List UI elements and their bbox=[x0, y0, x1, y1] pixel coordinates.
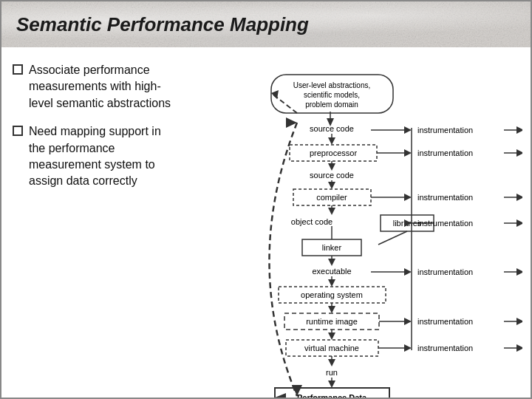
svg-marker-58 bbox=[404, 149, 412, 157]
content-area: Associate performance measurements with … bbox=[1, 47, 532, 399]
svg-text:scientific models,: scientific models, bbox=[304, 91, 360, 99]
svg-marker-21 bbox=[328, 208, 335, 215]
svg-marker-86 bbox=[516, 344, 522, 352]
svg-text:instrumentation: instrumentation bbox=[417, 317, 473, 326]
bullet-text-1: Associate performance measurements with … bbox=[29, 62, 175, 112]
svg-marker-14 bbox=[328, 163, 335, 171]
bullet-marker-1 bbox=[13, 64, 23, 75]
svg-marker-81 bbox=[516, 318, 522, 325]
bullet-text-2: Need mapping support in the performance … bbox=[29, 123, 175, 190]
svg-text:virtual machine: virtual machine bbox=[304, 344, 359, 352]
svg-text:instrumentation: instrumentation bbox=[417, 344, 473, 352]
svg-text:instrumentation: instrumentation bbox=[417, 149, 473, 157]
bullet-item-1: Associate performance measurements with … bbox=[13, 62, 175, 112]
svg-text:linker: linker bbox=[322, 243, 342, 252]
bullet-marker-2 bbox=[13, 126, 23, 136]
svg-text:preprocessor: preprocessor bbox=[310, 149, 358, 157]
svg-text:run: run bbox=[326, 368, 338, 377]
title-bar: Semantic Performance Mapping bbox=[1, 1, 532, 47]
svg-marker-83 bbox=[404, 344, 412, 352]
svg-text:instrumentation: instrumentation bbox=[417, 193, 473, 202]
bullet-item-2: Need mapping support in the performance … bbox=[13, 123, 175, 190]
svg-marker-66 bbox=[516, 194, 522, 201]
svg-text:instrumentation: instrumentation bbox=[417, 219, 473, 228]
svg-marker-71 bbox=[516, 219, 522, 227]
svg-marker-48 bbox=[328, 381, 335, 388]
svg-marker-61 bbox=[516, 149, 522, 157]
svg-marker-41 bbox=[328, 332, 335, 340]
svg-text:User-level abstractions,: User-level abstractions, bbox=[293, 81, 370, 89]
svg-marker-33 bbox=[328, 279, 335, 287]
svg-marker-10 bbox=[328, 137, 335, 145]
svg-marker-30 bbox=[328, 259, 335, 266]
svg-marker-37 bbox=[328, 306, 335, 313]
svg-text:runtime image: runtime image bbox=[306, 317, 358, 326]
diagram-panel: User-level abstractions, scientific mode… bbox=[183, 55, 522, 399]
svg-text:source code: source code bbox=[310, 171, 354, 180]
svg-text:object code: object code bbox=[291, 217, 332, 226]
svg-text:instrumentation: instrumentation bbox=[417, 126, 473, 134]
svg-text:compiler: compiler bbox=[316, 193, 347, 202]
slide: Semantic Performance Mapping Associate p… bbox=[1, 1, 532, 399]
diagram-svg: User-level abstractions, scientific mode… bbox=[183, 55, 522, 399]
svg-line-26 bbox=[378, 231, 407, 245]
svg-marker-56 bbox=[516, 126, 522, 134]
svg-marker-76 bbox=[516, 268, 522, 276]
svg-text:executable: executable bbox=[312, 267, 351, 276]
svg-marker-53 bbox=[404, 126, 412, 134]
svg-text:operating system: operating system bbox=[301, 290, 363, 299]
svg-text:instrumentation: instrumentation bbox=[417, 267, 473, 276]
svg-marker-45 bbox=[328, 359, 335, 366]
svg-text:source code: source code bbox=[310, 124, 354, 133]
slide-title: Semantic Performance Mapping bbox=[16, 13, 309, 36]
svg-marker-17 bbox=[328, 182, 335, 189]
svg-text:problem domain: problem domain bbox=[305, 100, 358, 109]
svg-marker-63 bbox=[404, 194, 412, 201]
svg-text:Performance Data: Performance Data bbox=[297, 393, 367, 399]
svg-marker-51 bbox=[275, 393, 286, 399]
svg-marker-73 bbox=[404, 268, 412, 276]
left-panel: Associate performance measurements with … bbox=[13, 55, 175, 399]
svg-marker-78 bbox=[404, 318, 412, 325]
